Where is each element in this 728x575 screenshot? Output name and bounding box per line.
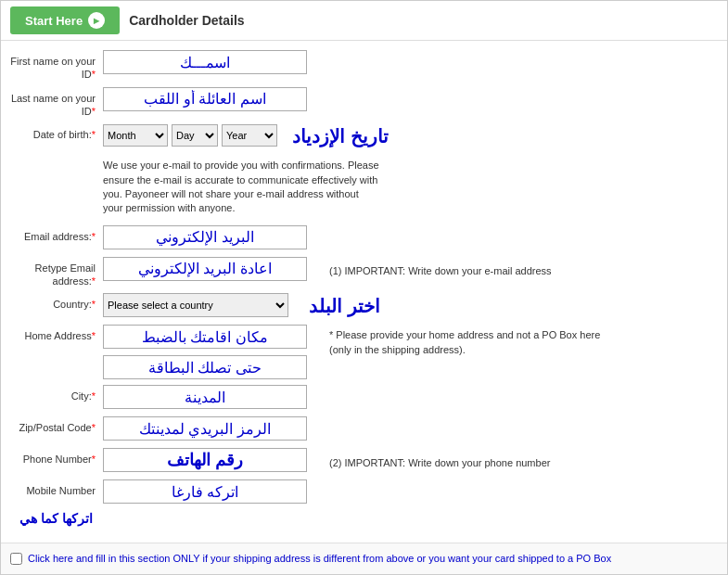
country-arabic-label: اختر البلد	[309, 293, 380, 317]
phone-note: (2) IMPORTANT: Write down your phone num…	[329, 453, 550, 468]
email-row: Email address:*	[10, 225, 718, 251]
start-here-button[interactable]: Start Here ►	[10, 6, 120, 34]
leave-blank-text: اتركها كما هي	[19, 511, 93, 526]
country-select[interactable]: Please select a country	[103, 293, 288, 317]
last-name-input-col	[103, 87, 718, 111]
mobile-input[interactable]	[103, 479, 307, 504]
arrow-icon: ►	[88, 12, 105, 29]
country-label: Country:*	[10, 293, 103, 311]
email-input-col	[103, 225, 718, 249]
retype-email-label: Retype Email address:*	[10, 257, 103, 288]
home-address-input-col: * Please provide your home address and n…	[103, 325, 718, 379]
first-name-label: First name on your ID*	[10, 50, 103, 82]
dob-day-select[interactable]: Day	[172, 124, 218, 147]
zip-input[interactable]	[103, 416, 307, 441]
mobile-row: Mobile Number	[10, 479, 718, 505]
first-name-input[interactable]	[103, 50, 307, 74]
city-row: City:*	[10, 385, 718, 411]
dob-arabic-label: تاريخ الإزدياد	[292, 123, 389, 147]
email-info-row: We use your e-mail to provide you with c…	[10, 155, 718, 220]
leave-blank-row: اتركها كما هي	[19, 511, 709, 526]
shipping-address-checkbox[interactable]	[10, 553, 22, 565]
zip-input-col	[103, 416, 718, 441]
home-address-row: Home Address* * Please provide your home…	[10, 325, 718, 379]
zip-label: Zip/Postal Code*	[10, 416, 103, 434]
form-area: First name on your ID* Last name on your…	[1, 41, 727, 543]
last-name-input[interactable]	[103, 87, 307, 111]
city-input-col	[103, 385, 718, 409]
start-here-label: Start Here	[25, 14, 83, 28]
dob-year-select[interactable]: Year	[222, 124, 277, 147]
dob-selects: Month Day Year تاريخ الإزدياد	[103, 123, 389, 147]
city-input[interactable]	[103, 385, 307, 409]
phone-label: Phone Number*	[10, 448, 103, 466]
retype-email-input-col: (1) IMPORTANT: Write down your e-mail ad…	[103, 257, 718, 281]
retype-email-input[interactable]	[103, 257, 307, 281]
mobile-label: Mobile Number	[10, 479, 103, 497]
shipping-address-checkbox-row: Click here and fill in this section ONLY…	[1, 543, 727, 574]
page-header: Start Here ► Cardholder Details	[1, 1, 727, 41]
mobile-input-col	[103, 479, 718, 504]
email-info-text: We use your e-mail to provide you with c…	[103, 155, 381, 220]
city-label: City:*	[10, 385, 103, 402]
address-inputs	[103, 325, 307, 379]
shipping-address-checkbox-label: Click here and fill in this section ONLY…	[28, 551, 611, 567]
last-name-label: Last name on your ID*	[10, 87, 103, 119]
home-address-line1-input[interactable]	[103, 325, 307, 349]
email-input[interactable]	[103, 225, 307, 249]
dob-month-select[interactable]: Month	[103, 124, 168, 147]
dob-label: Date of birth:*	[10, 123, 103, 141]
country-input-col: Please select a country اختر البلد	[103, 293, 718, 317]
retype-email-row: Retype Email address:* (1) IMPORTANT: Wr…	[10, 257, 718, 288]
phone-row: Phone Number* (2) IMPORTANT: Write down …	[10, 448, 718, 474]
email-label: Email address:*	[10, 225, 103, 243]
home-address-line2-input[interactable]	[103, 355, 307, 379]
phone-input-col: (2) IMPORTANT: Write down your phone num…	[103, 448, 718, 472]
page-title: Cardholder Details	[129, 13, 244, 28]
first-name-row: First name on your ID*	[10, 50, 718, 82]
last-name-row: Last name on your ID*	[10, 87, 718, 119]
home-address-label: Home Address*	[10, 325, 103, 342]
phone-input[interactable]	[103, 448, 307, 472]
country-row: Country:* Please select a country اختر ا…	[10, 293, 718, 319]
first-name-input-col	[103, 50, 718, 74]
home-address-note: * Please provide your home address and n…	[329, 325, 607, 357]
zip-row: Zip/Postal Code*	[10, 416, 718, 442]
dob-row: Date of birth:* Month Day Year تاريخ الإ…	[10, 123, 718, 149]
dob-input-col: Month Day Year تاريخ الإزدياد	[103, 123, 718, 147]
retype-email-note: (1) IMPORTANT: Write down your e-mail ad…	[329, 261, 552, 276]
